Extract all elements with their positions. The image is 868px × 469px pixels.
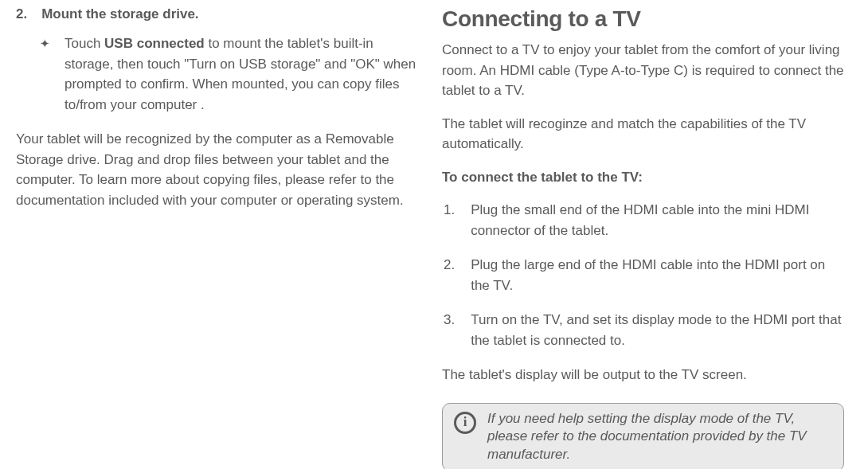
output-paragraph: The tablet's display will be output to t… bbox=[442, 365, 844, 385]
info-text: If you need help setting the display mod… bbox=[487, 410, 832, 465]
bullet-bold: USB connected bbox=[104, 36, 205, 51]
left-paragraph: Your tablet will be recognized by the co… bbox=[16, 129, 418, 210]
list-item: 3. Turn on the TV, and set its display m… bbox=[444, 310, 844, 350]
left-column: 2. Mount the storage drive. ✦ Touch USB … bbox=[16, 6, 418, 453]
section-heading: Connecting to a TV bbox=[442, 6, 844, 32]
step-num-3: 3. bbox=[444, 310, 455, 350]
bullet-text: Touch USB connected to mount the tablet'… bbox=[65, 33, 418, 115]
auto-paragraph: The tablet will recoginze and match the … bbox=[442, 114, 844, 154]
connect-heading: To connect the tablet to the TV: bbox=[442, 167, 844, 188]
list-item: 1. Plug the small end of the HDMI cable … bbox=[444, 200, 844, 240]
bullet-item: ✦ Touch USB connected to mount the table… bbox=[40, 33, 418, 115]
step-text-2: Plug the large end of the HDMI cable int… bbox=[471, 255, 844, 295]
intro-paragraph: Connect to a TV to enjoy your tablet fro… bbox=[442, 40, 844, 101]
step-heading: 2. Mount the storage drive. bbox=[16, 6, 418, 22]
info-icon: i bbox=[454, 412, 476, 434]
step-text-1: Plug the small end of the HDMI cable int… bbox=[471, 200, 844, 240]
right-column: Connecting to a TV Connect to a TV to en… bbox=[442, 6, 844, 453]
step-text-3: Turn on the TV, and set its display mode… bbox=[471, 310, 844, 350]
step-num-1: 1. bbox=[444, 200, 455, 240]
list-item: 2. Plug the large end of the HDMI cable … bbox=[444, 255, 844, 295]
step-title: Mount the storage drive. bbox=[41, 6, 198, 22]
bullet-prefix: Touch bbox=[65, 36, 104, 51]
step-number: 2. bbox=[16, 6, 27, 22]
bullet-marker-icon: ✦ bbox=[40, 33, 50, 115]
info-box: i If you need help setting the display m… bbox=[442, 403, 844, 470]
step-num-2: 2. bbox=[444, 255, 455, 295]
